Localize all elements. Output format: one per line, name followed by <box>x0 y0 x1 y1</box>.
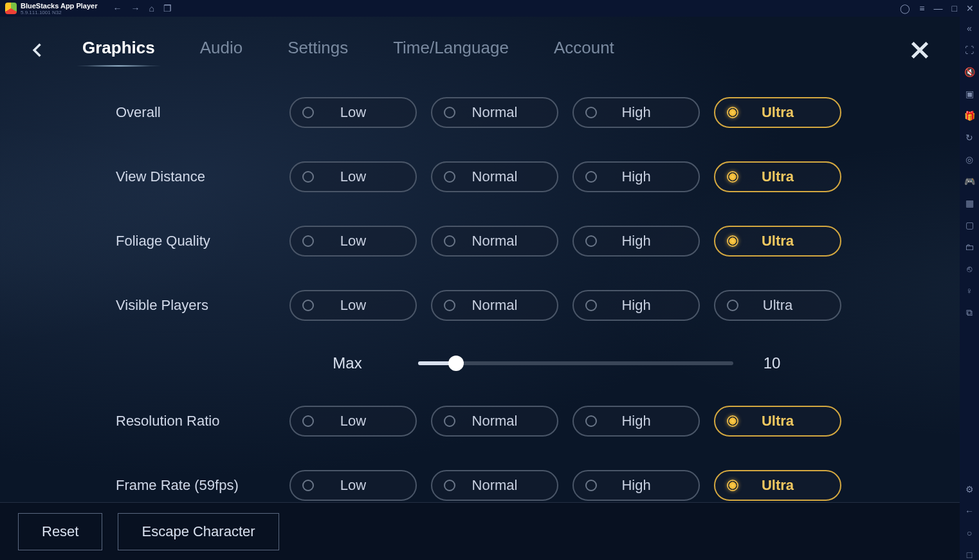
radio-icon <box>444 300 455 311</box>
row-view-distance: View Distance Low Normal High Ultra <box>116 161 921 192</box>
collapse-icon[interactable]: « <box>964 23 974 33</box>
options-overall: Low Normal High Ultra <box>289 97 841 128</box>
layers-icon[interactable]: ⧉ <box>964 307 974 318</box>
sync-icon[interactable]: ↻ <box>964 132 974 143</box>
radio-icon <box>302 480 314 491</box>
radio-icon <box>727 235 738 247</box>
radio-icon <box>444 107 455 118</box>
radio-icon <box>585 480 597 491</box>
max-slider[interactable] <box>418 361 733 365</box>
gear-icon[interactable]: ⚙ <box>964 484 974 494</box>
radio-icon <box>727 415 738 427</box>
app-title: BlueStacks App Player <box>21 2 97 10</box>
reset-button[interactable]: Reset <box>18 513 102 550</box>
settings-body: Overall Low Normal High Ultra View Dista… <box>0 84 960 502</box>
back-nav-icon[interactable]: ← <box>964 506 974 516</box>
minimize-icon[interactable]: — <box>934 3 943 14</box>
opt-overall-low[interactable]: Low <box>289 97 417 128</box>
volume-icon[interactable]: 🔇 <box>964 67 974 77</box>
label-frame-rate: Frame Rate (59fps) <box>116 477 289 494</box>
link-icon[interactable]: ⎋ <box>964 264 974 274</box>
radio-icon <box>444 415 455 427</box>
radio-icon <box>444 480 455 491</box>
opt-res-normal[interactable]: Normal <box>431 406 558 437</box>
opt-viewdist-low[interactable]: Low <box>289 161 417 192</box>
label-visible-players: Visible Players <box>116 297 289 314</box>
tab-time-language[interactable]: Time/Language <box>393 38 509 63</box>
radio-icon <box>727 107 738 118</box>
tab-audio[interactable]: Audio <box>200 38 243 63</box>
opt-viewdist-normal[interactable]: Normal <box>431 161 558 192</box>
row-visible-players: Visible Players Low Normal High Ultra <box>116 290 921 321</box>
escape-character-button[interactable]: Escape Character <box>118 513 279 550</box>
titlebar: BlueStacks App Player 5.9.111.1001 N32 ←… <box>0 0 979 17</box>
bulb-icon[interactable]: ♀ <box>964 285 974 296</box>
row-max-slider: Max 10 <box>116 354 921 372</box>
app-version: 5.9.111.1001 N32 <box>21 10 97 15</box>
opt-fps-high[interactable]: High <box>572 470 700 501</box>
titlebar-nav: ← → ⌂ ❐ <box>113 3 171 14</box>
help-icon[interactable]: ◯ <box>900 3 910 14</box>
opt-fps-ultra[interactable]: Ultra <box>714 470 841 501</box>
slider-thumb-icon[interactable] <box>448 356 464 371</box>
tabs: Graphics Audio Settings Time/Language Ac… <box>82 38 614 63</box>
radio-icon <box>585 415 597 427</box>
radio-icon <box>302 107 314 118</box>
bluestacks-logo-icon <box>5 3 17 14</box>
opt-overall-high[interactable]: High <box>572 97 700 128</box>
opt-foliage-normal[interactable]: Normal <box>431 226 558 257</box>
folder-icon[interactable]: 🗀 <box>964 242 974 252</box>
opt-foliage-ultra[interactable]: Ultra <box>714 226 841 257</box>
fullscreen-icon[interactable]: ⛶ <box>964 45 974 55</box>
opt-fps-low[interactable]: Low <box>289 470 417 501</box>
opt-vis-normal[interactable]: Normal <box>431 290 558 321</box>
opt-res-low[interactable]: Low <box>289 406 417 437</box>
home-nav-icon[interactable]: ○ <box>964 528 974 538</box>
nav-home-icon[interactable]: ⌂ <box>149 3 154 14</box>
opt-overall-ultra[interactable]: Ultra <box>714 97 841 128</box>
apk-icon[interactable]: ▦ <box>964 198 974 208</box>
radio-icon <box>444 171 455 183</box>
opt-vis-high[interactable]: High <box>572 290 700 321</box>
gamepad-icon[interactable]: 🎮 <box>964 176 974 186</box>
options-visible-players: Low Normal High Ultra <box>289 290 841 321</box>
label-foliage: Foliage Quality <box>116 233 289 249</box>
radio-icon <box>444 235 455 247</box>
menu-icon[interactable]: ≡ <box>919 3 924 14</box>
nav-forward-icon[interactable]: → <box>131 3 140 14</box>
recents-nav-icon[interactable]: □ <box>964 550 974 560</box>
window-close-icon[interactable]: ✕ <box>966 3 974 14</box>
slider-label: Max <box>289 354 405 372</box>
opt-foliage-low[interactable]: Low <box>289 226 417 257</box>
close-button[interactable] <box>906 36 934 64</box>
right-sidebar: « ⛶ 🔇 ▣ 🎁 ↻ ◎ 🎮 ▦ ▢ 🗀 ⎋ ♀ ⧉ ⚙ ← ○ □ <box>960 17 979 560</box>
keymap-icon[interactable]: ▣ <box>964 89 974 99</box>
gift-icon[interactable]: 🎁 <box>964 111 974 121</box>
maximize-icon[interactable]: □ <box>952 3 957 14</box>
tab-settings[interactable]: Settings <box>288 38 348 63</box>
nav-windows-icon[interactable]: ❐ <box>163 3 172 14</box>
opt-res-ultra[interactable]: Ultra <box>714 406 841 437</box>
opt-vis-ultra[interactable]: Ultra <box>714 290 841 321</box>
label-overall: Overall <box>116 104 289 121</box>
row-overall: Overall Low Normal High Ultra <box>116 97 921 128</box>
opt-fps-normal[interactable]: Normal <box>431 470 558 501</box>
screenshot-icon[interactable]: ▢ <box>964 220 974 230</box>
opt-foliage-high[interactable]: High <box>572 226 700 257</box>
opt-overall-normal[interactable]: Normal <box>431 97 558 128</box>
opt-viewdist-high[interactable]: High <box>572 161 700 192</box>
back-button[interactable] <box>26 38 50 62</box>
titlebar-right: ◯ ≡ — □ ✕ <box>900 3 974 14</box>
options-resolution: Low Normal High Ultra <box>289 406 841 437</box>
footer: Reset Escape Character <box>0 502 960 560</box>
radio-icon <box>585 171 597 183</box>
tab-account[interactable]: Account <box>554 38 614 63</box>
opt-viewdist-ultra[interactable]: Ultra <box>714 161 841 192</box>
opt-vis-low[interactable]: Low <box>289 290 417 321</box>
tab-graphics[interactable]: Graphics <box>82 38 155 63</box>
opt-res-high[interactable]: High <box>572 406 700 437</box>
nav-back-icon[interactable]: ← <box>113 3 122 14</box>
location-icon[interactable]: ◎ <box>964 154 974 165</box>
radio-icon <box>302 415 314 427</box>
label-view-distance: View Distance <box>116 168 289 185</box>
